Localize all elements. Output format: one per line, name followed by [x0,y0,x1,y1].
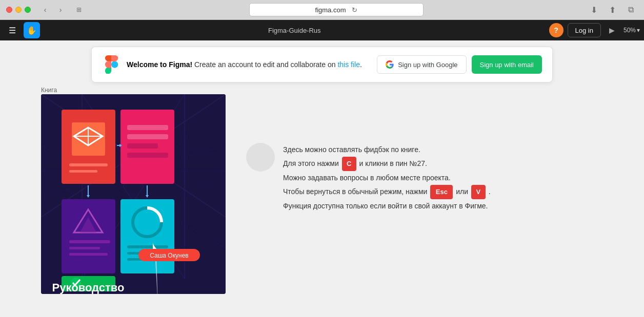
figma-file-title: Figma-Guide-Rus [43,27,546,34]
email-signup-button[interactable]: Sign up with email [472,55,542,74]
book-thumbnail: Саша Окунев Руководство [41,94,226,294]
figma-toolbar: ☰ ✋ Figma-Guide-Rus ? Log in ▶ 50% ▾ [0,20,644,40]
traffic-light-fullscreen[interactable] [25,7,31,13]
svg-rect-19 [127,134,168,139]
svg-rect-15 [69,163,108,166]
key-c-badge: C [342,157,356,171]
svg-rect-31 [69,253,108,256]
zoom-value: 50% [623,27,636,34]
forward-button[interactable]: › [53,4,68,15]
nav-buttons: ‹ › [38,4,68,15]
comment-avatar [246,143,275,172]
hand-icon: ✋ [27,26,37,35]
url-text: figma.com [315,6,346,14]
address-bar-wrap: figma.com ↻ [90,3,582,16]
traffic-lights [6,7,31,13]
reader-view-button[interactable]: ⊞ [72,4,86,15]
zoom-control[interactable]: 50% ▾ [623,27,640,34]
hand-tool-button[interactable]: ✋ [24,22,40,38]
main-canvas: Welcome to Figma! Create an account to e… [0,40,644,317]
google-btn-label: Sign up with Google [398,61,457,69]
menu-icon: ☰ [9,26,16,35]
back-button[interactable]: ‹ [38,4,52,15]
window-controls-button[interactable]: ⧉ [623,4,638,15]
reload-button[interactable]: ↻ [352,6,357,14]
key-v-badge: V [471,185,486,199]
login-button[interactable]: Log in [568,23,601,37]
book-label: Книга [41,87,57,94]
svg-rect-16 [69,170,97,173]
share-button[interactable]: ⬆ [605,4,619,15]
svg-text:Саша Окунев: Саша Окунев [150,252,189,259]
welcome-link[interactable]: this file [337,60,360,69]
svg-text:Руководство: Руководство [52,281,125,294]
google-icon [386,60,394,69]
svg-rect-20 [127,143,158,149]
welcome-banner: Welcome to Figma! Create an account to e… [91,47,553,82]
welcome-actions: Sign up with Google Sign up with email [377,55,542,74]
welcome-bold: Welcome to Figma! [127,60,192,69]
svg-rect-30 [69,247,100,249]
comment-line-1: Здесь можно оставлять фидбэк по книге. [283,143,491,157]
svg-rect-29 [69,240,110,243]
svg-rect-34 [127,245,168,248]
zoom-chevron-icon: ▾ [637,27,640,34]
download-button[interactable]: ⬇ [587,4,601,15]
book-canvas-svg: Саша Окунев Руководство [41,94,226,294]
address-bar[interactable]: figma.com ↻ [249,3,424,16]
browser-actions: ⬇ ⬆ ⧉ [587,4,638,15]
present-button[interactable]: ▶ [605,23,619,37]
help-button[interactable]: ? [549,23,564,37]
comment-line-2: Для этого нажми C и кликни в пин №27. [283,157,491,171]
figma-menu-button[interactable]: ☰ [4,22,21,38]
email-btn-label: Sign up with email [480,61,534,69]
figma-right-actions: ? Log in ▶ 50% ▾ [549,23,640,37]
comment-line-3: Можно задавать вопросы в любом месте про… [283,171,491,185]
welcome-rest: Create an account to edit and collaborat… [192,60,337,69]
welcome-text: Welcome to Figma! Create an account to e… [127,60,371,69]
key-esc-badge: Esc [430,185,453,199]
comment-line-4: Чтобы вернуться в обычный режим, нажми E… [283,185,491,199]
google-signup-button[interactable]: Sign up with Google [377,55,466,74]
figma-logo [102,55,120,74]
browser-chrome: ‹ › ⊞ figma.com ↻ ⬇ ⬆ ⧉ [0,0,644,20]
browser-titlebar: ‹ › ⊞ figma.com ↻ ⬇ ⬆ ⧉ [0,0,644,19]
svg-rect-21 [127,153,168,158]
comment-text-block: Здесь можно оставлять фидбэк по книге. Д… [283,143,491,213]
traffic-light-minimize[interactable] [15,7,22,13]
traffic-light-close[interactable] [6,7,12,13]
comment-line-5: Функция доступна только если войти в сво… [283,199,491,213]
svg-rect-18 [127,125,168,130]
welcome-end: . [360,60,362,69]
